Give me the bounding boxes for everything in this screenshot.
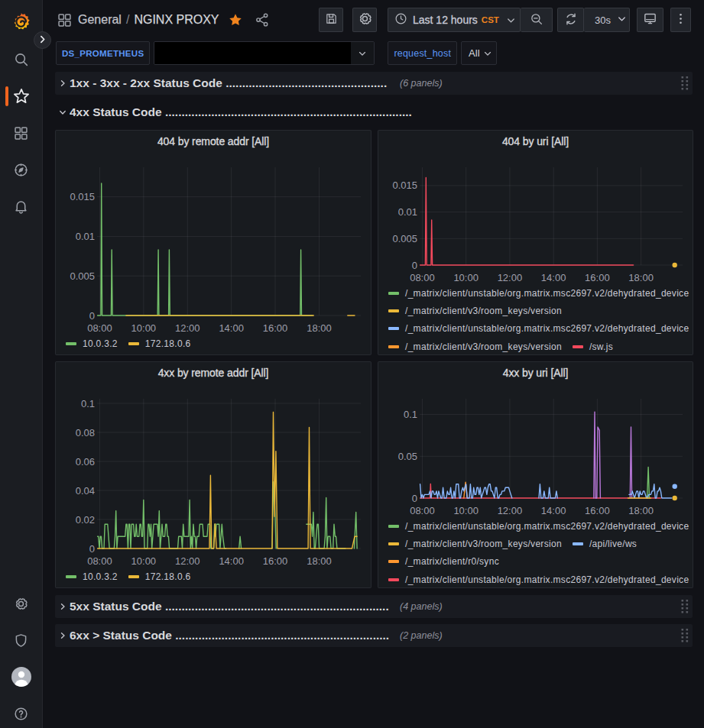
svg-text:0.015: 0.015 (70, 191, 95, 202)
variable-label-ds-prometheus[interactable]: DS_PROMETHEUS (56, 41, 150, 65)
legend-item[interactable]: /sw.js (573, 341, 613, 352)
legend-item[interactable]: /_matrix/client/r0/sync (388, 556, 499, 567)
legend-item[interactable]: /_matrix/client/v3/room_keys/version (388, 306, 562, 316)
row-drag-handle[interactable] (680, 628, 690, 643)
legend-swatch (128, 342, 139, 345)
legend-item[interactable]: /_matrix/client/unstable/org.matrix.msc2… (388, 288, 689, 299)
panel-4xx-by-remote-addr-all: 4xx by remote addr [All]00.020.040.060.0… (55, 361, 371, 588)
legend-swatch (128, 575, 139, 578)
legend-swatch (388, 327, 399, 330)
svg-text:14:00: 14:00 (541, 272, 566, 283)
search-icon (13, 51, 30, 68)
svg-text:18:00: 18:00 (307, 555, 332, 567)
sidebar-item-alerting[interactable] (0, 188, 43, 225)
legend-swatch (388, 309, 399, 312)
dashboard-row-1[interactable]: 1xx - 3xx - 2xx Status Code ............… (55, 72, 693, 95)
svg-text:08:00: 08:00 (410, 272, 435, 283)
svg-text:10:00: 10:00 (131, 555, 157, 567)
dashboard-row-2[interactable]: 4xx Status Code ........................… (55, 101, 693, 124)
variable-label-request-host[interactable]: request_host (388, 41, 457, 65)
row-panel-count: (6 panels) (400, 78, 443, 89)
shield-icon (13, 633, 29, 649)
sidebar-item-profile[interactable] (0, 658, 43, 695)
dashboard-row-4[interactable]: 6xx > Status Code ......................… (55, 624, 693, 647)
sidebar-expand-button[interactable] (34, 31, 51, 49)
legend-item[interactable]: 10.0.3.2 (66, 338, 118, 349)
dropdown-caret-zone (351, 42, 374, 64)
legend-swatch (573, 542, 583, 545)
legend-row: 10.0.3.2172.18.0.6 (56, 335, 370, 352)
svg-text:0: 0 (89, 543, 95, 555)
legend-item[interactable]: 10.0.3.2 (66, 571, 118, 582)
svg-text:16:00: 16:00 (585, 505, 610, 516)
legend-label: /_matrix/client/r0/sync (405, 556, 499, 567)
row-title: 5xx Status Code ........................… (70, 600, 389, 613)
svg-text:14:00: 14:00 (541, 505, 566, 516)
legend-label: 172.18.0.6 (145, 571, 191, 582)
grafana-app: General / NGINX PROXY Last 12 hours CST (0, 0, 704, 728)
svg-text:0.005: 0.005 (70, 270, 95, 282)
legend-item[interactable]: /_matrix/client/unstable/org.matrix.msc2… (388, 574, 689, 585)
dashboard-grid: 1xx - 3xx - 2xx Status Code ............… (43, 67, 704, 728)
redacted-value (154, 42, 351, 64)
chart-1[interactable]: 00.0050.010.01508:0010:0012:0014:0016:00… (56, 131, 371, 354)
svg-text:0.08: 0.08 (76, 427, 95, 438)
star-icon (12, 87, 31, 105)
panel-legend: 10.0.3.2172.18.0.6 (56, 335, 370, 352)
legend-label: /api/live/ws (589, 539, 637, 549)
variable-value-request-host[interactable]: All (461, 41, 497, 65)
legend-label: 10.0.3.2 (83, 338, 118, 349)
chevron-right-icon (55, 79, 70, 88)
svg-text:08:00: 08:00 (87, 555, 112, 567)
sidebar-item-dashboards[interactable] (0, 115, 43, 151)
help-icon (13, 706, 29, 722)
chart-3[interactable]: 00.020.040.060.080.108:0010:0012:0014:00… (56, 362, 371, 587)
svg-text:0.1: 0.1 (404, 409, 417, 420)
svg-text:08:00: 08:00 (87, 322, 112, 334)
variable-value-ds-prometheus[interactable] (154, 41, 375, 65)
legend-row: /_matrix/client/unstable/org.matrix.msc2… (378, 571, 692, 588)
legend-swatch (388, 578, 399, 581)
panel-404-by-uri-all: 404 by uri [All]00.0050.010.01508:0010:0… (378, 130, 693, 355)
legend-label: /_matrix/client/v3/room_keys/version (405, 341, 562, 352)
legend-item[interactable]: /_matrix/client/v3/room_keys/version (388, 341, 562, 352)
sidebar (0, 0, 43, 728)
legend-item[interactable]: /api/live/ws (573, 539, 637, 549)
svg-text:16:00: 16:00 (585, 272, 610, 283)
legend-label: 10.0.3.2 (83, 571, 118, 582)
legend-row: /_matrix/client/unstable/org.matrix.msc2… (378, 320, 692, 338)
avatar-icon (11, 667, 31, 687)
row-title: 6xx > Status Code ......................… (70, 629, 389, 642)
svg-text:10:00: 10:00 (131, 322, 157, 334)
sidebar-item-starred[interactable] (0, 78, 43, 115)
legend-swatch (388, 525, 399, 528)
svg-text:10:00: 10:00 (453, 505, 479, 516)
svg-text:18:00: 18:00 (628, 272, 654, 283)
gear-icon (13, 596, 29, 612)
legend-row: /_matrix/client/r0/sync (378, 553, 692, 571)
svg-text:12:00: 12:00 (498, 505, 523, 516)
svg-text:18:00: 18:00 (307, 322, 332, 334)
legend-swatch (388, 542, 399, 545)
legend-row: /_matrix/client/v3/room_keys/version/api… (378, 535, 692, 552)
sidebar-item-help[interactable] (0, 695, 43, 728)
legend-item[interactable]: /_matrix/client/unstable/org.matrix.msc2… (388, 323, 689, 334)
legend-row: /_matrix/client/v3/room_keys/version (378, 302, 692, 319)
legend-swatch (388, 345, 399, 348)
chevron-right-icon (55, 602, 70, 611)
row-drag-handle[interactable] (680, 76, 690, 91)
legend-item[interactable]: /_matrix/client/v3/room_keys/version (388, 539, 562, 549)
legend-item[interactable]: /_matrix/client/unstable/org.matrix.msc2… (388, 521, 689, 532)
sidebar-item-explore[interactable] (0, 151, 43, 188)
sidebar-item-server-admin[interactable] (0, 622, 43, 658)
row-drag-handle[interactable] (680, 599, 690, 614)
svg-text:18:00: 18:00 (628, 505, 654, 516)
dropdown-caret-zone (480, 48, 497, 59)
legend-item[interactable]: 172.18.0.6 (128, 571, 191, 582)
svg-text:0.02: 0.02 (76, 514, 95, 526)
legend-item[interactable]: 172.18.0.6 (128, 338, 191, 349)
dashboard-row-3[interactable]: 5xx Status Code ........................… (55, 595, 693, 618)
svg-text:0: 0 (412, 260, 417, 271)
svg-text:14:00: 14:00 (219, 555, 244, 567)
sidebar-item-configuration[interactable] (0, 585, 43, 622)
